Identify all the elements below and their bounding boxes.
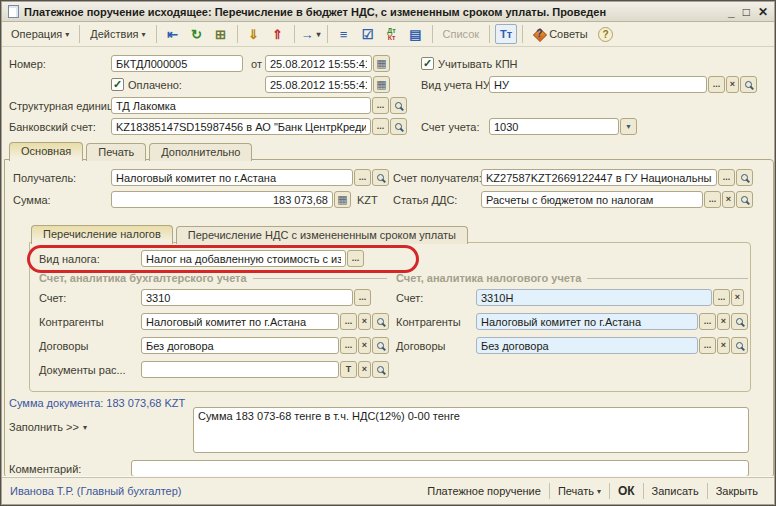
payment-purpose-textarea[interactable]: Сумма 183 073-68 тенге в т.ч. НДС(12%) 0… (193, 407, 749, 453)
unpost-document-button[interactable]: ⇑ (267, 24, 289, 44)
help-button[interactable]: ? (595, 24, 617, 44)
bu-contract-select-button[interactable]: ... (340, 337, 357, 354)
dt-kt-button[interactable]: Дт Кт (381, 24, 403, 44)
bank-account-open-button[interactable] (390, 118, 407, 135)
kpn-label: Учитывать КПН (438, 58, 518, 70)
magnifier-icon (744, 80, 754, 90)
bu-contractor-input[interactable] (141, 313, 339, 330)
actions-menu-button[interactable]: Действия ▾ (85, 24, 150, 44)
bu-docs-open-button[interactable] (372, 361, 389, 378)
dds-input[interactable] (481, 191, 703, 208)
tab-vat-transfer[interactable]: Перечисление НДС с изменененным сроком у… (176, 226, 468, 244)
tab-print[interactable]: Печать (86, 143, 146, 161)
save-button[interactable]: Записать (644, 485, 707, 497)
reread-button[interactable]: ⇤ (162, 24, 184, 44)
recipient-account-input[interactable] (481, 169, 717, 186)
paid-checkbox[interactable] (111, 78, 124, 91)
bu-contract-clear-button[interactable]: × (358, 337, 371, 354)
ellipsis-icon: ... (345, 317, 353, 326)
nu-contract-select-button[interactable]: ... (699, 337, 716, 354)
tab-tax-transfer[interactable]: Перечисление налогов (31, 225, 173, 244)
bu-docs-text-button[interactable]: T (340, 361, 357, 378)
structural-unit-input[interactable] (111, 97, 371, 114)
tax-kind-input[interactable] (141, 250, 346, 267)
account-label: Счет учета: (421, 121, 479, 133)
minimize-button[interactable]: _ (728, 5, 735, 19)
type-toggle-button[interactable]: Тт (495, 24, 517, 44)
tax-kind-select-button[interactable]: ... (347, 250, 364, 267)
nu-contractor-open-button[interactable] (731, 313, 748, 330)
document-date-calendar-button[interactable]: ▦ (373, 55, 390, 72)
comment-input[interactable] (131, 460, 749, 477)
close-button[interactable]: ✕ (758, 5, 768, 19)
structure-button[interactable]: ≡ (333, 24, 355, 44)
journal-button[interactable]: ▤ (405, 24, 427, 44)
refresh-button[interactable]: ↻ (186, 24, 208, 44)
bu-account-input[interactable] (141, 289, 353, 306)
nu-contract-clear-button[interactable]: × (717, 337, 730, 354)
go-to-button[interactable]: → ▾ (300, 24, 322, 44)
bank-account-input[interactable] (111, 118, 371, 135)
nu-kind-select-button[interactable]: ... (708, 76, 725, 93)
payment-order-print-form-button[interactable]: Платежное поручение (419, 485, 549, 497)
nu-contractor-clear-button[interactable]: × (717, 313, 730, 330)
nu-contract-open-button[interactable] (731, 337, 748, 354)
post-document-button[interactable]: ⇓ (243, 24, 265, 44)
bu-account-select-button[interactable]: ... (354, 289, 371, 306)
bu-contract-input[interactable] (141, 337, 339, 354)
list-button[interactable]: Список (438, 24, 485, 44)
recipient-input[interactable] (111, 169, 353, 186)
structural-unit-select-button[interactable]: ... (372, 97, 389, 114)
bank-account-select-button[interactable]: ... (372, 118, 389, 135)
operation-menu-button[interactable]: Операция ▾ (6, 24, 74, 44)
currency-label: KZT (357, 194, 378, 206)
account-combo-input[interactable] (489, 118, 619, 135)
payment-order-window: Платежное поручение исходящее: Перечисле… (0, 0, 776, 506)
recipient-account-open-button[interactable] (736, 169, 753, 186)
ellipsis-icon: ... (704, 341, 712, 350)
dds-open-button[interactable] (736, 191, 753, 208)
ok-button[interactable]: ОК (610, 484, 643, 498)
ellipsis-icon: ... (377, 101, 385, 110)
recipient-open-button[interactable] (372, 169, 389, 186)
tab-extra[interactable]: Дополнительно (149, 143, 252, 161)
close-form-button[interactable]: Закрыть (708, 485, 766, 497)
nu-kind-clear-button[interactable]: × (726, 76, 739, 93)
recipient-account-select-button[interactable]: ... (718, 169, 735, 186)
print-button[interactable]: Печать ▾ (550, 485, 609, 497)
nu-contract-input[interactable] (476, 337, 698, 354)
account-combo-dropdown-button[interactable]: ▼ (620, 118, 637, 135)
nu-contractor-select-button[interactable]: ... (699, 313, 716, 330)
nu-account-clear-button[interactable]: × (731, 289, 744, 306)
recipient-select-button[interactable]: ... (354, 169, 371, 186)
nu-account-input[interactable] (476, 289, 712, 306)
amount-calculator-button[interactable]: ▦ (334, 191, 351, 208)
amount-input[interactable] (111, 191, 333, 208)
clear-icon: × (721, 341, 726, 350)
maximize-button[interactable]: □ (743, 5, 750, 19)
paid-date-calendar-button[interactable]: ▦ (373, 76, 390, 93)
dds-select-button[interactable]: ... (704, 191, 721, 208)
kpn-checkbox[interactable] (421, 57, 434, 70)
bu-contractor-clear-button[interactable]: × (358, 313, 371, 330)
bu-contractor-open-button[interactable] (372, 313, 389, 330)
nu-contractor-input[interactable] (476, 313, 698, 330)
tab-main[interactable]: Основная (9, 142, 83, 161)
dds-clear-button[interactable]: × (722, 191, 735, 208)
combo-arrow-icon: ▼ (625, 123, 632, 130)
tips-button[interactable]: ? Советы (528, 24, 592, 44)
bu-contract-open-button[interactable] (372, 337, 389, 354)
document-date-input[interactable] (265, 55, 372, 72)
bu-contractor-select-button[interactable]: ... (340, 313, 357, 330)
nu-kind-input[interactable] (489, 76, 707, 93)
copy-new-button[interactable]: ⊞ (210, 24, 232, 44)
number-input[interactable] (111, 55, 243, 72)
bu-docs-input[interactable] (141, 361, 339, 378)
nu-account-select-button[interactable]: ... (713, 289, 730, 306)
fill-button[interactable]: Заполнить >> ▾ (9, 421, 87, 433)
movements-settings-button[interactable]: ☑ (357, 24, 379, 44)
structural-unit-open-button[interactable] (390, 97, 407, 114)
nu-kind-open-button[interactable] (740, 76, 757, 93)
paid-date-input[interactable] (265, 76, 372, 93)
bu-docs-clear-button[interactable]: × (358, 361, 371, 378)
